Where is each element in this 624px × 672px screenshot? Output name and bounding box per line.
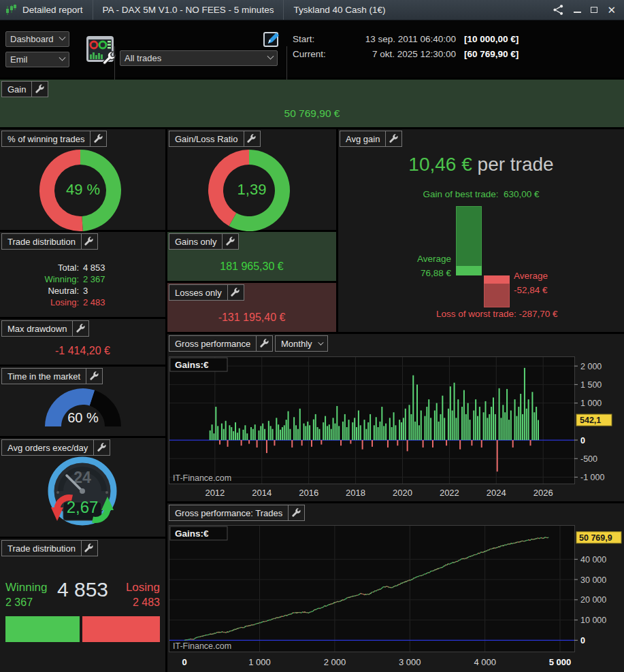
settings-wrench-icon[interactable] (227, 285, 244, 300)
svg-text:2 000: 2 000 (324, 657, 346, 667)
table-row: Neutral:3 (0, 285, 121, 297)
table-row: Total:4 853 (0, 262, 121, 273)
winning-pct-panel: % of winning trades 49 % (0, 129, 165, 230)
time-in-market-chip: Time in the market (1, 368, 103, 384)
avg-win-bar (456, 206, 482, 275)
svg-text:2014: 2014 (252, 488, 272, 498)
avg-loss-label: Average-52,84 € (514, 269, 548, 297)
trade-distribution-rows: Total:4 853 Winning:2 367 Neutral:3 Losi… (0, 262, 121, 308)
svg-text:-500: -500 (580, 454, 597, 464)
svg-text:2018: 2018 (346, 488, 365, 498)
svg-text:0: 0 (580, 436, 585, 446)
losing-label: Losing (126, 581, 160, 594)
trades-filter-select[interactable]: All trades (120, 50, 278, 66)
svg-text:3 000: 3 000 (399, 657, 421, 667)
settings-wrench-icon[interactable] (81, 541, 97, 556)
trades-equity-chart[interactable]: 40 00030 00020 00010 000050 769,901 0002… (169, 525, 623, 672)
user-select[interactable]: Emil (5, 52, 69, 67)
gross-performance-panel: Gross performance Monthly 2 0001 5001 00… (167, 334, 624, 501)
settings-wrench-icon[interactable] (244, 131, 260, 146)
svg-text:2012: 2012 (205, 488, 225, 498)
svg-text:2026: 2026 (533, 488, 553, 498)
svg-text:Gains:€: Gains:€ (175, 360, 209, 370)
title-bar: Detailed report PA - DAX 5M V1.0 - NO FE… (0, 0, 624, 20)
gain-value: 50 769,90 € (0, 107, 624, 120)
svg-text:10 000: 10 000 (580, 616, 606, 625)
win-loss-bars (5, 616, 160, 642)
share-icon[interactable] (553, 4, 564, 16)
chevron-down-icon (318, 339, 323, 345)
losses-only-chip: Losses only (169, 284, 244, 301)
svg-text:-1 000: -1 000 (580, 473, 604, 482)
svg-text:2022: 2022 (440, 488, 459, 498)
losing-bar (82, 616, 160, 642)
settings-wrench-icon[interactable] (90, 131, 106, 146)
gain-loss-ratio-panel: Gain/Loss Ratio 1,39 (167, 129, 336, 230)
winning-bar (5, 616, 80, 642)
gain-loss-value: 1,39 (207, 181, 297, 199)
monthly-gains-chart[interactable]: 2 0001 5001 0000-500-1 000542,1201220142… (169, 356, 623, 501)
svg-text:20 000: 20 000 (580, 595, 606, 605)
svg-text:1 000: 1 000 (580, 399, 602, 408)
start-label: Start: (293, 34, 336, 44)
strategy-settings-icon[interactable] (84, 34, 116, 68)
svg-text:542,1: 542,1 (580, 416, 601, 425)
svg-text:0: 0 (580, 636, 585, 645)
current-label: Current: (293, 49, 336, 59)
current-date: 7 okt. 2025 12:30:00 (336, 49, 456, 59)
strategy-tab: PA - DAX 5M V1.0 - NO FEES - 5 minutes (93, 0, 284, 20)
avg-orders-panel: Avg orders exec/day 24 2,67 (0, 438, 165, 537)
settings-wrench-icon[interactable] (81, 234, 97, 249)
settings-wrench-icon[interactable] (385, 131, 401, 146)
svg-text:0: 0 (182, 657, 187, 667)
report-header: Dashboard Emil PA - DAX 5M V1.0 - NO FEE… (0, 20, 624, 78)
svg-text:2020: 2020 (393, 488, 412, 498)
current-capital: [60 769,90 €] (464, 49, 519, 59)
window-title: Detailed report (22, 5, 83, 15)
trade-distribution-panel: Trade distribution Total:4 853 Winning:2… (0, 232, 165, 317)
settings-wrench-icon[interactable] (72, 321, 88, 336)
svg-text:IT-Finance.com: IT-Finance.com (173, 641, 231, 651)
avg-orders-chip: Avg orders exec/day (1, 439, 110, 456)
winning-pct-value: 49 % (38, 181, 128, 199)
svg-text:30 000: 30 000 (580, 575, 606, 585)
settings-wrench-icon[interactable] (288, 505, 304, 520)
start-capital: [10 000,00 €] (464, 34, 519, 44)
settings-wrench-icon[interactable] (256, 336, 272, 351)
time-in-market-panel: Time in the market 60 % (0, 367, 165, 436)
gain-loss-ratio-chip: Gain/Loss Ratio (169, 131, 261, 147)
svg-text:50 769,9: 50 769,9 (579, 533, 612, 543)
period-select[interactable]: Monthly (275, 335, 328, 352)
winning-pct-donut: 49 % (38, 148, 128, 238)
settings-wrench-icon[interactable] (31, 82, 48, 97)
close-button[interactable]: ✕ (607, 4, 616, 16)
svg-text:1 000: 1 000 (248, 657, 271, 667)
dashboard-select[interactable]: Dashboard (5, 31, 69, 47)
worst-trade-line: Loss of worst trade: -287,70 € (363, 309, 624, 319)
trade-distribution2-panel: Trade distribution Winning 2 367 4 853 L… (0, 539, 165, 672)
settings-wrench-icon[interactable] (222, 234, 238, 249)
avg-orders-value: 2,67 (41, 498, 124, 517)
gains-only-panel: Gains only 181 965,30 € (167, 232, 336, 281)
time-in-market-value: 60 % (42, 410, 124, 426)
max-drawdown-chip: Max drawdown (1, 320, 89, 337)
maximize-button[interactable] (591, 7, 597, 13)
avg-gain-headline: 10,46 € per trade (338, 154, 624, 175)
avg-orders-gauge: 24 2,67 (41, 453, 124, 533)
edit-icon[interactable] (263, 30, 280, 50)
svg-text:2 000: 2 000 (580, 362, 602, 371)
chevron-down-icon (267, 53, 274, 60)
gross-performance-trades-panel: Gross performance: Trades 40 00030 00020… (167, 503, 624, 672)
start-date: 13 sep. 2011 06:40:00 (336, 34, 456, 44)
gains-only-value: 181 965,30 € (167, 261, 336, 273)
settings-wrench-icon[interactable] (86, 369, 102, 384)
gross-performance-chip: Gross performance (169, 335, 273, 352)
svg-text:1 500: 1 500 (580, 380, 602, 390)
max-drawdown-panel: Max drawdown -1 414,20 € (0, 319, 165, 365)
best-trade-line: Gain of best trade: 630,00 € (338, 189, 624, 199)
minimize-button[interactable] (574, 7, 581, 13)
avg-win-label: Average76,88 € (417, 252, 451, 280)
settings-wrench-icon[interactable] (93, 440, 110, 455)
gain-loss-donut: 1,39 (207, 148, 297, 238)
winning-pct-chip: % of winning trades (1, 131, 107, 147)
